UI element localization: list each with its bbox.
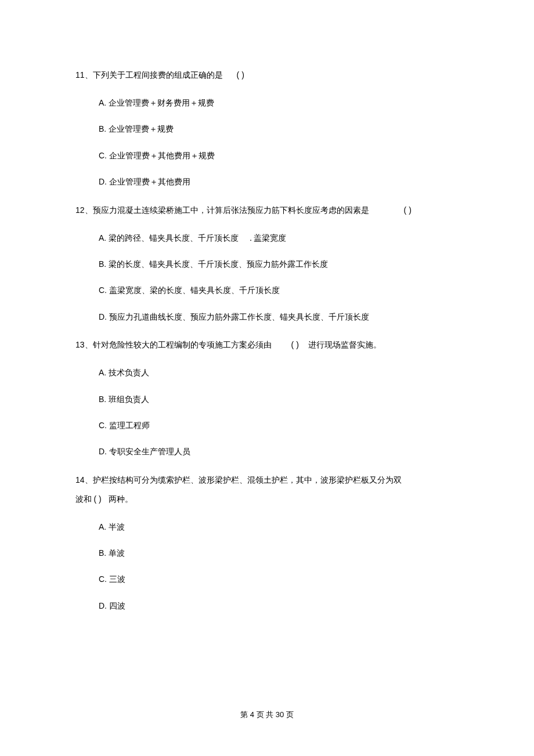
blank: ( ) <box>291 340 299 349</box>
option-c: C. 企业管理费＋其他费用＋规费 <box>99 149 459 162</box>
option-b: B. 班组负责人 <box>99 393 459 406</box>
option-b: B. 单波 <box>99 547 459 560</box>
option-a: A. 半波 <box>99 520 459 534</box>
question-12-options: A. 梁的跨径、锚夹具长度、千斤顶长度 . 盖梁宽度 B. 梁的长度、锚夹具长度… <box>75 231 459 324</box>
question-13-stem: 13、针对危险性较大的工程编制的专项施工方案必须由( )进行现场监督实施。 <box>75 337 459 353</box>
question-sep: 、 <box>85 341 93 349</box>
stem-after: 进行现场监督实施。 <box>308 341 381 349</box>
question-sep: 、 <box>85 476 93 484</box>
option-a: A. 企业管理费＋财务费用＋规费 <box>99 96 459 110</box>
question-number: 13 <box>75 340 85 349</box>
stem-text: 针对危险性较大的工程编制的专项施工方案必须由 <box>93 341 272 349</box>
option-d: D. 预应力孔道曲线长度、预应力筋外露工作长度、锚夹具长度、千斤顶长度 <box>99 310 459 324</box>
option-c: C. 三波 <box>99 573 459 586</box>
blank: ( ) <box>94 494 102 504</box>
question-11-stem: 11、下列关于工程间接费的组成正确的是( ) <box>75 67 459 84</box>
question-13-options: A. 技术负责人 B. 班组负责人 C. 监理工程师 D. 专职安全生产管理人员 <box>75 366 459 459</box>
blank: ( ) <box>404 205 412 215</box>
question-number: 12 <box>75 205 85 215</box>
stem-text: 下列关于工程间接费的组成正确的是 <box>93 71 223 79</box>
stem-text: 护栏按结构可分为缆索护栏、波形梁护栏、混领土护栏，其中，波形梁护栏板又分为双 <box>93 476 402 484</box>
question-11: 11、下列关于工程间接费的组成正确的是( ) A. 企业管理费＋财务费用＋规费 … <box>75 67 459 189</box>
question-14: 14、护栏按结构可分为缆索护栏、波形梁护栏、混领土护栏，其中，波形梁护栏板又分为… <box>75 472 459 613</box>
question-sep: 、 <box>85 71 93 79</box>
option-b: B. 梁的长度、锚夹具长度、千斤顶长度、预应力筋外露工作长度 <box>99 258 459 271</box>
question-12-stem: 12、预应力混凝土连续梁桥施工中，计算后张法预应力筋下料长度应考虑的因素是( ) <box>75 202 459 219</box>
page-footer: 第 4 页 共 30 页 <box>0 710 534 720</box>
option-c: C. 监理工程师 <box>99 419 459 432</box>
option-b: B. 企业管理费＋规费 <box>99 122 459 136</box>
blank: ( ) <box>237 70 244 79</box>
question-sep: 、 <box>85 206 93 215</box>
question-14-stem-line2: 波和 ( )两种。 <box>75 491 459 508</box>
option-c: C. 盖梁宽度、梁的长度、锚夹具长度、千斤顶长度 <box>99 284 459 297</box>
option-a: A. 梁的跨径、锚夹具长度、千斤顶长度 . 盖梁宽度 <box>99 231 459 245</box>
option-d: D. 企业管理费＋其他费用 <box>99 175 459 189</box>
stem-text: 预应力混凝土连续梁桥施工中，计算后张法预应力筋下料长度应考虑的因素是 <box>93 206 369 215</box>
question-11-options: A. 企业管理费＋财务费用＋规费 B. 企业管理费＋规费 C. 企业管理费＋其他… <box>75 96 459 189</box>
question-number: 11 <box>75 70 85 79</box>
option-d: D. 专职安全生产管理人员 <box>99 445 459 458</box>
page-content: 11、下列关于工程间接费的组成正确的是( ) A. 企业管理费＋财务费用＋规费 … <box>0 0 534 613</box>
option-a: A. 技术负责人 <box>99 366 459 379</box>
question-13: 13、针对危险性较大的工程编制的专项施工方案必须由( )进行现场监督实施。 A.… <box>75 337 459 459</box>
option-d: D. 四波 <box>99 599 459 613</box>
question-12: 12、预应力混凝土连续梁桥施工中，计算后张法预应力筋下料长度应考虑的因素是( )… <box>75 202 459 324</box>
question-number: 14 <box>75 475 85 484</box>
question-14-options: A. 半波 B. 单波 C. 三波 D. 四波 <box>75 520 459 613</box>
question-14-stem-line1: 14、护栏按结构可分为缆索护栏、波形梁护栏、混领土护栏，其中，波形梁护栏板又分为… <box>75 472 459 489</box>
